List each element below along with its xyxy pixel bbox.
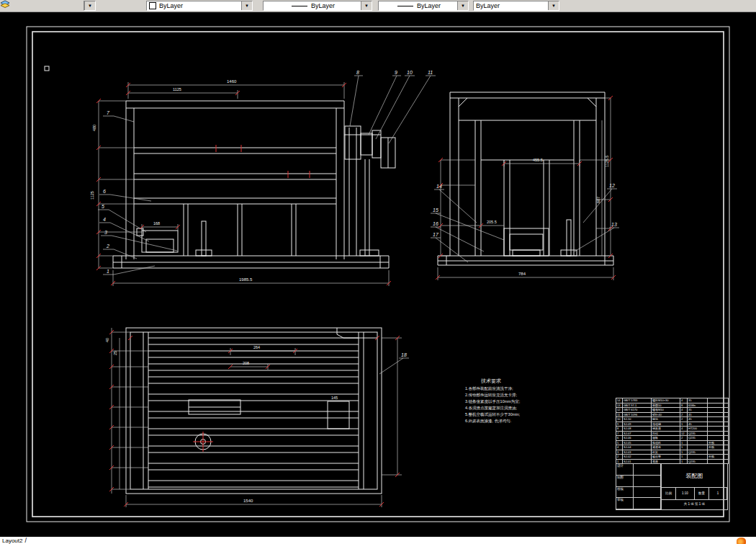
field-label: 校核 (616, 487, 634, 499)
field-label: 设计 (616, 464, 634, 476)
note-line: 6.外露表面涂漆, 色泽均匀. (465, 419, 512, 424)
drawing-meta: 比例 1:10 数量 1 (662, 488, 727, 500)
dim-text: 264 (253, 345, 260, 349)
qty-label: 数量 (695, 488, 709, 499)
field-value (634, 487, 661, 499)
layer-previous-button[interactable] (113, 1, 127, 12)
dim-text: 480 (92, 125, 96, 131)
color-control-value: ByLayer (159, 2, 183, 9)
callout-number: 17 (433, 232, 439, 237)
title-block-lower: 设计 制图 校核 审核 装配图 比例 1:10 数量 1 共 1 张 第 1 张 (616, 464, 728, 510)
bom-table: 14GB/T 5783螺栓M10×3043513GB/T 97.1垫圈10865… (616, 398, 729, 464)
drawing-area[interactable]: 1460 1125 1985.5 168 480 1125 7 6 5 4 3 … (0, 12, 756, 537)
technical-notes: 技术要求 1.各部件装配前应清洗干净; 2.传动部件运转应灵活无卡滞; 3.链条… (465, 378, 521, 424)
field-label: 审核 (616, 498, 634, 509)
chevron-down-icon[interactable] (241, 1, 252, 10)
bom-cell: 底座 (652, 459, 680, 464)
notes-title: 技术要求 (480, 378, 501, 384)
lineweight-line-icon (397, 6, 413, 6)
scale-value: 1:10 (676, 488, 695, 499)
dim-text: 1125 (173, 87, 181, 92)
taskbar-logo-icon (737, 538, 746, 544)
plan-view: 264 208 145 1540 40 25 18 (105, 328, 409, 507)
dim-text: 145 (331, 396, 338, 400)
bom-cell (708, 459, 729, 464)
color-swatch-icon (149, 2, 156, 9)
note-line: 1.各部件装配前应清洗干净; (465, 386, 513, 391)
bom-table-body: 14GB/T 5783螺栓M10×3043513GB/T 97.1垫圈10865… (616, 398, 729, 464)
bom-cell: SJ-01 (623, 459, 652, 464)
dim-text: 784 (518, 272, 526, 276)
dim-text: 1125.5 (605, 156, 609, 167)
note-line: 2.传动部件运转应灵活无卡滞; (465, 393, 518, 398)
bom-cell: 1 (616, 459, 623, 464)
callout-number: 7 (107, 110, 110, 115)
dim-text: 1125 (90, 191, 94, 200)
note-line: 4.各润滑点按规定加注润滑油; (465, 406, 518, 411)
note-line: 3.链条张紧度以手压10mm为宜; (465, 399, 521, 404)
plotstyle-control-value: ByLayer (476, 2, 500, 9)
callout-number: 16 (433, 221, 438, 226)
linetype-control-value: ByLayer (311, 2, 335, 9)
chevron-down-icon[interactable] (84, 1, 95, 10)
callout-number: 2 (106, 244, 109, 249)
end-view: 784 455.5 205.5 1125.5 687 12 13 14 15 1… (431, 92, 619, 280)
lineweight-control-value: ByLayer (417, 2, 441, 9)
chevron-down-icon[interactable] (361, 1, 372, 10)
dim-text: 687 (596, 197, 600, 203)
dim-text: 455.5 (533, 158, 543, 162)
layer-previous-icon (0, 0, 10, 9)
sheet-info: 共 1 张 第 1 张 (662, 500, 727, 509)
field-value (634, 476, 661, 487)
linetype-line-icon (292, 6, 307, 6)
dim-text: 208 (243, 361, 249, 365)
side-view: 1460 1125 1985.5 168 480 1125 7 6 5 4 3 … (90, 70, 436, 286)
signature-grid: 设计 制图 校核 审核 (616, 464, 662, 509)
chevron-down-icon[interactable] (548, 1, 559, 10)
tab-edge (22, 537, 27, 544)
scale-label: 比例 (662, 488, 676, 499)
callout-number: 13 (611, 222, 617, 227)
callout-number: 12 (609, 183, 615, 188)
chevron-down-icon[interactable] (457, 1, 468, 10)
callout-number: 5 (102, 204, 104, 209)
linetype-control[interactable]: ByLayer (263, 1, 372, 11)
frame-marker (45, 66, 49, 71)
callout-number: 6 (103, 189, 106, 194)
lineweight-control[interactable]: ByLayer (378, 1, 469, 11)
qty-value: 1 (709, 488, 727, 499)
callout-number: 8 (356, 70, 359, 75)
callout-number: 9 (395, 70, 397, 75)
callout-number: 10 (407, 70, 413, 75)
dim-text: 40 (105, 338, 109, 342)
callout-number: 11 (428, 70, 433, 75)
callout-number: 1 (107, 269, 109, 274)
dim-text: 1460 (227, 79, 237, 84)
callout-number: 4 (103, 217, 106, 222)
dim-text: 205.5 (487, 220, 497, 224)
drawing-name: 装配图 (662, 464, 727, 488)
bom-cell: Q235 (688, 459, 708, 464)
title-block-right: 装配图 比例 1:10 数量 1 共 1 张 第 1 张 (662, 464, 727, 509)
field-value (634, 464, 661, 476)
callout-number: 3 (104, 230, 107, 235)
dim-text: 1540 (243, 499, 253, 503)
title-block: 14GB/T 5783螺栓M10×3043513GB/T 97.1垫圈10865… (616, 398, 728, 510)
color-control[interactable]: ByLayer (146, 1, 253, 11)
layer-combo[interactable] (84, 1, 96, 11)
callout-number: 15 (433, 208, 438, 213)
dim-text: 1985.5 (239, 277, 253, 282)
dim-text: 25 (113, 351, 117, 355)
field-label: 制图 (616, 476, 634, 487)
field-value (634, 498, 661, 509)
note-line: 5.整机空载试运转不少于30min; (465, 412, 521, 417)
layers-button[interactable] (97, 1, 112, 12)
properties-toolbar: ByLayer ByLayer ByLayer ByLayer (0, 0, 756, 12)
callout-number: 18 (401, 352, 407, 357)
layout-tab-bar: Layout2 (0, 537, 756, 544)
cad-application: ByLayer ByLayer ByLayer ByLayer (0, 0, 756, 544)
bom-cell: 1 (680, 459, 688, 464)
layout2-tab[interactable]: Layout2 (2, 538, 22, 544)
bom-row: 1SJ-01底座1Q235 (616, 459, 729, 464)
plotstyle-control[interactable]: ByLayer (473, 1, 559, 11)
